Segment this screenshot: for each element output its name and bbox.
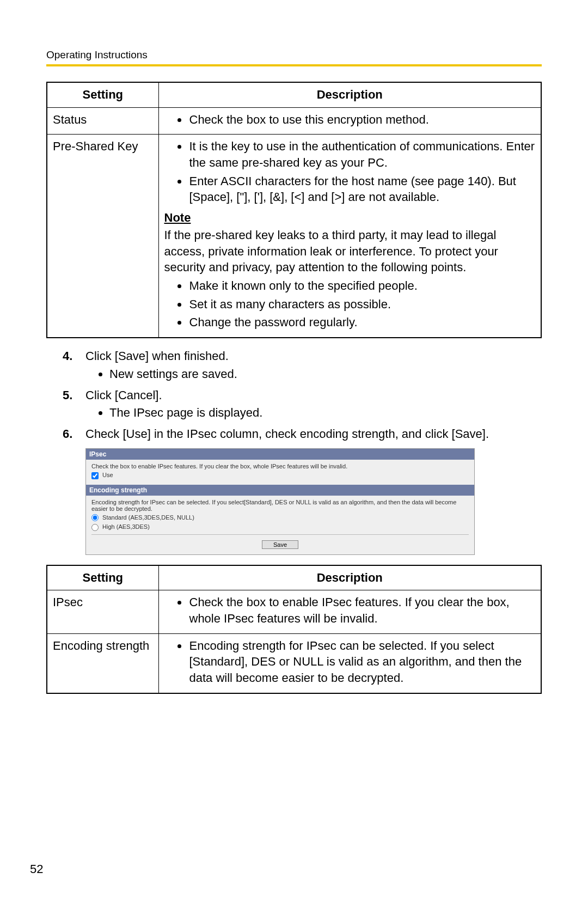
step-item: 5. Click [Cancel]. The IPsec page is dis… (63, 387, 542, 422)
settings-table-1: Setting Description Status Check the box… (46, 82, 542, 338)
ss-ipsec-bar: IPsec (86, 449, 474, 460)
table1-head-setting: Setting (47, 82, 158, 107)
table2-head-setting: Setting (47, 565, 158, 590)
note-bullet: Make it known only to the specified peop… (188, 278, 536, 294)
table-row: Status Check the box to use this encrypt… (47, 107, 541, 135)
step-sub: New settings are saved. (109, 366, 542, 383)
ss-use-checkbox[interactable] (91, 472, 99, 479)
description-cell: Encoding strength for IPsec can be selec… (158, 633, 541, 693)
ss-encoding-text: Encoding strength for IPsec can be selec… (91, 499, 469, 512)
step-text: Click [Save] when finished. (85, 349, 229, 363)
table-row: Encoding strength Encoding strength for … (47, 633, 541, 693)
page-number: 52 (30, 862, 43, 876)
ss-radio-standard[interactable] (91, 514, 99, 521)
setting-cell: Status (47, 107, 158, 135)
step-number: 4. (63, 348, 72, 365)
table1-head-desc: Description (158, 82, 541, 107)
ss-use-label: Use (102, 472, 113, 478)
ss-radio-standard-label: Standard (AES,3DES,DES, NULL) (102, 514, 194, 521)
note-bullet: Set it as many characters as possible. (188, 296, 536, 313)
description-cell: It is the key to use in the authenticati… (158, 135, 541, 338)
setting-cell: Encoding strength (47, 633, 158, 693)
desc-bullet: It is the key to use in the authenticati… (188, 138, 536, 170)
steps-list: 4. Click [Save] when finished. New setti… (46, 348, 542, 443)
table2-head-desc: Description (158, 565, 541, 590)
ss-radio-high[interactable] (91, 524, 99, 531)
note-text: If the pre-shared key leaks to a third p… (164, 227, 536, 276)
table-row: IPsec Check the box to enable IPsec feat… (47, 590, 541, 633)
desc-bullet: Check the box to use this encryption met… (188, 112, 536, 128)
step-item: 6. Check [Use] in the IPsec column, chec… (63, 426, 542, 443)
description-cell: Check the box to enable IPsec features. … (158, 590, 541, 633)
ss-encoding-bar: Encoding strength (86, 485, 474, 496)
step-number: 5. (63, 387, 72, 404)
setting-cell: Pre-Shared Key (47, 135, 158, 338)
step-text: Click [Cancel]. (85, 388, 162, 402)
step-sub: The IPsec page is displayed. (109, 405, 542, 422)
ss-radio-high-label: High (AES,3DES) (102, 523, 150, 530)
setting-cell: IPsec (47, 590, 158, 633)
desc-bullet: Check the box to enable IPsec features. … (188, 594, 536, 626)
desc-bullet: Encoding strength for IPsec can be selec… (188, 638, 536, 686)
ss-separator (91, 534, 469, 535)
ss-ipsec-text: Check the box to enable IPsec features. … (91, 463, 469, 469)
step-item: 4. Click [Save] when finished. New setti… (63, 348, 542, 383)
description-cell: Check the box to use this encryption met… (158, 107, 541, 135)
desc-bullet: Enter ASCII characters for the host name… (188, 173, 536, 205)
note-bullet: Change the password regularly. (188, 314, 536, 331)
settings-table-2: Setting Description IPsec Check the box … (46, 565, 542, 694)
ss-save-button[interactable]: Save (262, 540, 298, 549)
table-row: Pre-Shared Key It is the key to use in t… (47, 135, 541, 338)
note-label: Note (164, 210, 536, 226)
step-number: 6. (63, 426, 72, 443)
header-rule (46, 64, 542, 66)
page-header: Operating Instructions (46, 49, 542, 61)
ipsec-screenshot: IPsec Check the box to enable IPsec feat… (85, 448, 475, 555)
step-text: Check [Use] in the IPsec column, check e… (85, 427, 489, 441)
